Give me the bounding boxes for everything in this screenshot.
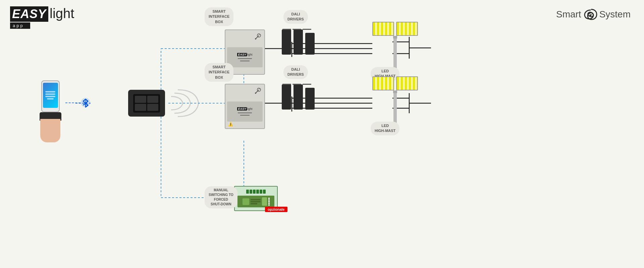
opzionale-badge: opzionale [265,207,287,212]
controller-screen [133,94,160,113]
smartphone [35,80,65,134]
ctrl-btn-1 [135,96,146,103]
phone-screen [43,83,58,108]
led-panel-1b [396,22,418,36]
smart-interface-box-2: EASYlight ▬▬▬▬▬▬ ▬▬▬▬ ⚠️ [225,84,265,129]
driver-unit-2b [293,84,303,110]
driver-unit-2a [282,84,291,110]
logo-light-text: light [50,6,74,21]
led-panel-2b [396,76,418,90]
led-panel-1a [372,22,394,36]
bracket-1 [393,36,397,39]
svg-point-29 [255,38,256,40]
logo-app-text: app [10,22,30,29]
driver-unit-1c [305,33,315,55]
driver-unit-2c [305,88,315,110]
satellite-icon-2 [254,87,262,96]
dali-label-1: DALI DRIVERS [283,10,308,24]
logo-easy-text: EASY [10,6,48,22]
driver-unit-1b [293,29,303,55]
smart-system-logo: Smart System [556,7,631,21]
satellite-icon-1 [254,33,262,42]
bracket-2 [393,90,397,93]
driver-unit-1a [282,29,291,55]
dali-drivers-2 [282,84,316,110]
warning-triangle-2: ⚠️ [228,122,233,127]
sib2-inner: EASYlight ▬▬▬▬▬▬ ▬▬▬▬ [227,102,263,122]
swirl-icon [582,7,599,21]
sib1-label: SMART INTERFACE BOX [205,7,233,26]
led-high-mast-1 [372,22,418,72]
manual-switching-label: MANUAL SWITCHING TO FORCED SHUT-DOWN [205,186,237,208]
controller-device [128,90,165,117]
svg-point-32 [255,92,256,94]
led-high-mast-2 [372,76,418,127]
hand-body [40,119,60,142]
ctrl-btn-4 [147,104,159,111]
smart-text: Smart [556,9,581,20]
ctrl-btn-2 [147,96,159,103]
bluetooth-icon [80,97,91,109]
led-panel-2a [372,76,394,90]
dali-drivers-1 [282,29,316,55]
dali-label-2: DALI DRIVERS [283,65,308,79]
sib1-inner: EASYlight ▬▬▬▬▬▬ ▬▬▬▬ [227,47,263,67]
system-text: System [599,9,631,20]
ctrl-btn-3 [135,104,146,111]
led-label-2: LED HIGH-MAST [371,122,399,135]
logo: EASYlight app [10,6,74,29]
phone-body [41,80,60,112]
sib2-label: SMART INTERFACE BOX [205,63,233,82]
line-phone-bluetooth [65,103,80,103]
